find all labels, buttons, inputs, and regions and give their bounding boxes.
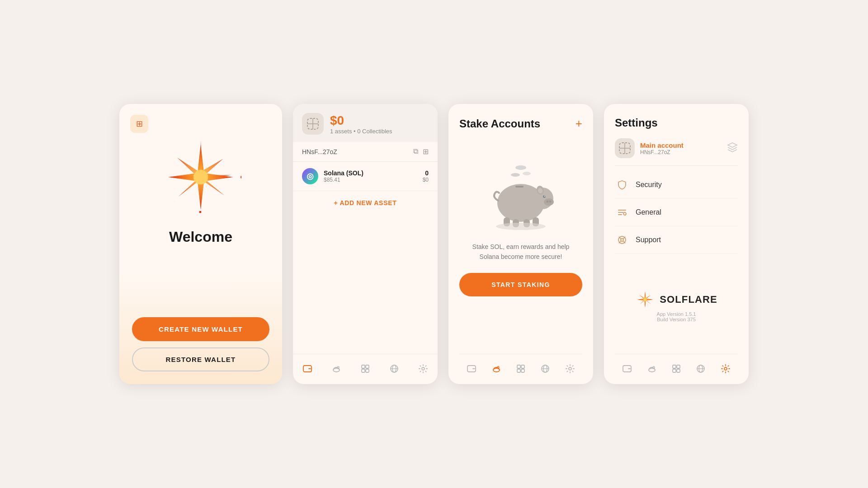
svg-point-28	[544, 196, 545, 197]
add-asset-button[interactable]: + ADD NEW ASSET	[293, 191, 438, 215]
nav-stake-icon[interactable]	[644, 361, 660, 377]
svg-point-3	[241, 176, 241, 178]
svg-rect-12	[366, 365, 369, 368]
svg-point-25	[547, 201, 549, 203]
svg-rect-35	[515, 186, 524, 188]
nav-wallet-icon[interactable]	[463, 361, 480, 377]
nav-wallet-icon[interactable]	[619, 361, 635, 377]
nav-settings-icon[interactable]	[562, 361, 578, 377]
solana-asset-row: ◎ Solana (SOL) $85.41 0 $0	[293, 162, 438, 191]
svg-rect-66	[673, 369, 676, 372]
svg-point-62	[649, 368, 655, 372]
account-icon	[615, 138, 635, 158]
security-icon	[615, 178, 629, 192]
add-stake-button[interactable]: +	[576, 117, 582, 131]
svg-point-60	[644, 298, 647, 301]
settings-nav	[615, 354, 738, 384]
wallet-address-bar: HNsF...27oZ ⧉ ⊞	[293, 142, 438, 162]
nav-globe-icon[interactable]	[386, 361, 402, 377]
nav-globe-icon[interactable]	[693, 361, 709, 377]
start-staking-button[interactable]: START STAKING	[459, 273, 582, 296]
svg-point-51	[623, 212, 626, 215]
wallet-address: HNsF...27oZ	[302, 148, 337, 155]
stake-title: Stake Accounts	[459, 117, 540, 130]
nav-grid-icon[interactable]	[668, 361, 684, 377]
svg-point-24	[544, 198, 554, 206]
svg-rect-64	[673, 365, 676, 368]
svg-point-21	[523, 172, 531, 175]
svg-point-36	[496, 223, 546, 230]
support-label: Support	[636, 236, 661, 244]
welcome-buttons: CREATE NEW WALLET RESTORE WALLET	[132, 317, 269, 371]
nav-stake-icon[interactable]	[328, 361, 344, 377]
svg-point-53	[621, 239, 623, 241]
brand-name: SOLFLARE	[660, 294, 717, 305]
stake-header: Stake Accounts +	[459, 117, 582, 131]
asset-price: $85.41	[324, 177, 417, 183]
svg-point-63	[653, 366, 655, 368]
qr-icon[interactable]: ⊞	[423, 147, 429, 156]
account-info: Main account HNsF...27oZ	[640, 141, 722, 155]
brand-logo-row: SOLFLARE	[635, 290, 717, 310]
settings-security-item[interactable]: Security	[615, 171, 738, 199]
solana-icon: ◎	[302, 168, 318, 184]
app-logo-icon: ⊞	[130, 115, 148, 133]
nav-stake-icon[interactable]	[488, 361, 505, 377]
security-label: Security	[636, 181, 662, 189]
stake-description: Stake SOL, earn rewards and help Solana …	[459, 242, 582, 262]
svg-point-26	[549, 201, 552, 203]
solflare-brand: SOLFLARE App Version 1.5.1 Build Version…	[615, 281, 738, 328]
wallet-subtitle: 1 assets • 0 Collectibles	[330, 128, 429, 135]
account-address: HNsF...27oZ	[640, 149, 722, 155]
restore-wallet-button[interactable]: RESTORE WALLET	[132, 347, 269, 371]
nav-settings-icon[interactable]	[415, 361, 431, 377]
svg-rect-41	[521, 365, 524, 368]
svg-rect-67	[677, 369, 680, 372]
nav-wallet-icon[interactable]	[299, 361, 316, 377]
svg-rect-43	[521, 369, 524, 372]
asset-values: 0 $0	[423, 169, 429, 183]
svg-point-9	[333, 368, 340, 372]
welcome-title: Welcome	[169, 229, 232, 245]
svg-rect-13	[362, 369, 365, 372]
nav-grid-icon[interactable]	[357, 361, 373, 377]
wallet-nav	[293, 354, 438, 384]
svg-point-20	[511, 173, 520, 177]
asset-name: Solana (SOL)	[324, 169, 417, 177]
svg-point-2	[193, 170, 208, 184]
account-name: Main account	[640, 141, 722, 149]
nav-grid-icon[interactable]	[513, 361, 529, 377]
svg-point-27	[543, 195, 546, 198]
svg-rect-11	[362, 365, 365, 368]
nav-settings-icon[interactable]	[717, 361, 734, 377]
screen-welcome: ⊞ Welcome	[119, 104, 282, 384]
address-actions: ⧉ ⊞	[413, 147, 429, 156]
svg-point-18	[422, 367, 425, 370]
settings-support-item[interactable]: Support	[615, 226, 738, 254]
app-container: ⊞ Welcome	[119, 104, 749, 384]
wallet-balance: $0 1 assets • 0 Collectibles	[330, 113, 429, 135]
svg-rect-40	[517, 365, 520, 368]
nav-globe-icon[interactable]	[537, 361, 553, 377]
svg-point-47	[569, 367, 571, 370]
star-logo	[160, 136, 241, 220]
screen-settings: Settings Main account HNsF...27oZ Sec	[604, 104, 749, 384]
general-label: General	[636, 208, 661, 216]
svg-point-4	[199, 211, 202, 213]
create-wallet-button[interactable]: CREATE NEW WALLET	[132, 317, 269, 341]
asset-usd: $0	[423, 177, 429, 183]
svg-point-10	[337, 366, 339, 368]
copy-icon[interactable]: ⧉	[413, 147, 418, 156]
account-layers-icon[interactable]	[727, 142, 738, 155]
svg-point-19	[515, 165, 526, 170]
stake-nav	[459, 354, 582, 384]
support-icon	[615, 233, 629, 247]
app-version: App Version 1.5.1 Build Version 375	[657, 311, 696, 322]
settings-general-item[interactable]: General	[615, 199, 738, 226]
general-icon	[615, 205, 629, 220]
svg-rect-65	[677, 365, 680, 368]
screen-stake: Stake Accounts +	[448, 104, 593, 384]
piggy-illustration	[459, 140, 582, 235]
svg-rect-14	[366, 369, 369, 372]
wallet-header: $0 1 assets • 0 Collectibles	[293, 104, 438, 142]
